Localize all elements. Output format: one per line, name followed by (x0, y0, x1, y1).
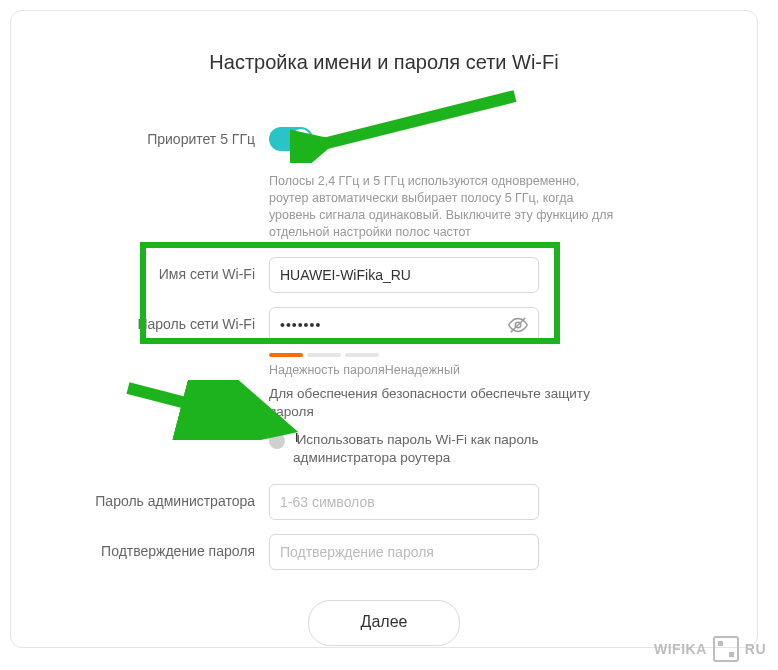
priority-5ghz-label: Приоритет 5 ГГц (11, 122, 269, 156)
admin-password-confirm-row: Подтверждение пароля (11, 534, 757, 570)
password-strength-bar (269, 353, 539, 357)
watermark: WIFIKA RU (654, 636, 766, 662)
toggle-knob (291, 129, 311, 149)
admin-password-label: Пароль администратора (11, 484, 269, 518)
password-strength-label: Надежность пароляНенадежный (269, 363, 599, 377)
admin-password-confirm-input[interactable] (269, 534, 539, 570)
button-row: Далее (11, 600, 757, 646)
next-button[interactable]: Далее (308, 600, 460, 646)
reuse-password-checkbox[interactable] (269, 433, 285, 449)
ssid-label: Имя сети Wi-Fi (11, 257, 269, 291)
watermark-right: RU (745, 641, 766, 657)
priority-5ghz-helper: Полосы 2,4 ГГц и 5 ГГц используются одно… (269, 173, 619, 241)
admin-password-input[interactable] (269, 484, 539, 520)
admin-password-confirm-label: Подтверждение пароля (11, 534, 269, 568)
admin-password-row: Пароль администратора (11, 484, 757, 520)
text-cursor-icon: I (295, 430, 299, 447)
settings-panel: Настройка имени и пароля сети Wi-Fi Прио… (10, 10, 758, 648)
toggle-password-visibility-icon[interactable] (503, 307, 533, 343)
ssid-input[interactable] (269, 257, 539, 293)
password-security-tip: Для обеспечения безопасности обеспечьте … (269, 385, 599, 421)
watermark-left: WIFIKA (654, 641, 707, 657)
priority-5ghz-row: Приоритет 5 ГГц Полосы 2,4 ГГц и 5 ГГц и… (11, 122, 757, 241)
watermark-qr-icon (713, 636, 739, 662)
wifi-password-row: Пароль сети Wi-Fi (11, 307, 757, 467)
priority-5ghz-toggle[interactable] (269, 127, 313, 151)
page-title: Настройка имени и пароля сети Wi-Fi (11, 51, 757, 74)
reuse-password-label: IИспользовать пароль Wi-Fi как пароль ад… (293, 431, 599, 466)
reuse-password-row: IИспользовать пароль Wi-Fi как пароль ад… (269, 431, 599, 466)
wifi-password-label: Пароль сети Wi-Fi (11, 307, 269, 341)
wifi-password-input[interactable] (269, 307, 539, 343)
ssid-row: Имя сети Wi-Fi (11, 257, 757, 293)
